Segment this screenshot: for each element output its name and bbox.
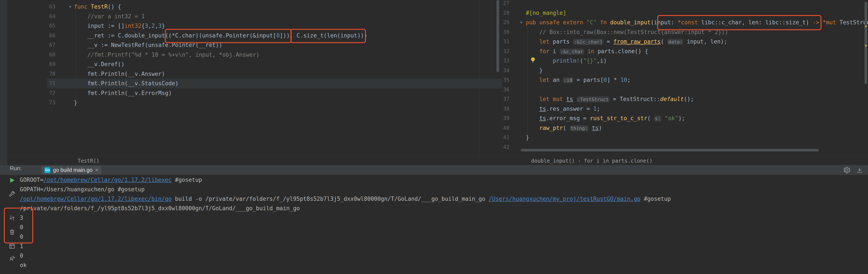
- run-tab-label: go build main.go: [53, 167, 92, 173]
- code-line[interactable]: 38 ts.res_answer = 1;: [502, 104, 868, 114]
- code-token: }: [74, 99, 78, 106]
- code-line[interactable]: 31 let parts :&[c_char] = from_raw_parts…: [502, 37, 868, 47]
- code-line[interactable]: 36: [502, 85, 868, 95]
- line-number: 72: [47, 88, 55, 98]
- code-line[interactable]: 33 println!("{}",i): [502, 56, 868, 66]
- console-link[interactable]: /opt/homebrew/Cellar/go/1.17.2/libexec/b…: [20, 195, 172, 202]
- code-token: an: [553, 77, 563, 83]
- settings-gear-icon[interactable]: [843, 166, 850, 174]
- fold-chevron-icon[interactable]: ▾: [69, 2, 71, 12]
- code-line[interactable]: 73}: [47, 98, 502, 108]
- code-line[interactable]: 39 ts.error_msg = rust_str_to_c_str( s: …: [502, 114, 868, 123]
- code-token: func: [74, 3, 91, 10]
- breadcrumb-rust-function[interactable]: double_input(): [531, 157, 575, 165]
- code-token: 1: [593, 105, 597, 112]
- code-token: [526, 105, 539, 112]
- console-line: /private/var/folders/f_/yl95pt8s52b7l3j5…: [20, 204, 300, 213]
- go-file-icon: Go: [44, 167, 51, 173]
- code-token: thing:: [570, 125, 589, 131]
- code-line[interactable]: 35 let an :i8 = parts[0] * 10;: [502, 75, 868, 85]
- pin-icon[interactable]: [8, 254, 16, 262]
- line-number: 71: [47, 79, 55, 88]
- code-line[interactable]: 68 //fmt.Printf("%d * 10 = %+v\n", input…: [47, 50, 502, 60]
- go-editor-pane[interactable]: 63▾func TestR() {64 //var a int32 = 165 …: [47, 0, 502, 157]
- line-number: 32: [502, 47, 509, 56]
- line-number: 30: [502, 27, 509, 37]
- code-token: (: [661, 38, 668, 45]
- rerun-icon[interactable]: [8, 177, 16, 184]
- console-line: GOROOT=/opt/homebrew/Cellar/go/1.17.2/li…: [20, 175, 202, 185]
- code-line[interactable]: 37 let mut ts :TestStruct = TestStruct::…: [502, 94, 868, 104]
- code-token: TestStruct: [840, 19, 868, 26]
- code-token: int32: [125, 23, 142, 29]
- code-token: TestR: [91, 3, 107, 10]
- hide-panel-icon[interactable]: [856, 166, 863, 174]
- code-token: pub unsafe extern: [526, 19, 587, 26]
- code-token: (: [563, 125, 569, 131]
- code-token: fn: [600, 19, 610, 26]
- code-line[interactable]: 69 __v.Deref(): [47, 59, 502, 69]
- line-number: 35: [502, 75, 509, 85]
- line-number: 36: [502, 85, 509, 95]
- code-line[interactable]: 27: [502, 0, 868, 8]
- code-line[interactable]: 63▾func TestR() {: [47, 2, 502, 12]
- code-line[interactable]: 71 fmt.Println(__v.StatusCode): [47, 79, 502, 88]
- code-token: [526, 58, 553, 64]
- console-text: GOROOT=: [20, 177, 43, 183]
- warning-stripe-mark[interactable]: [865, 25, 867, 27]
- fold-chevron-icon[interactable]: ▾: [520, 18, 523, 27]
- code-token: fmt.Println(__v.StatusCode): [74, 80, 179, 87]
- console-text: build -o /private/var/folders/f_/yl95pt8…: [172, 195, 489, 202]
- code-line[interactable]: 72 fmt.Println(__v.ErrorMsg): [47, 88, 502, 98]
- code-token: fmt.Println(__v.ErrorMsg): [74, 90, 172, 96]
- code-token: ts: [566, 96, 573, 102]
- line-number: 42: [502, 142, 509, 152]
- build-wrench-icon[interactable]: [8, 191, 16, 198]
- run-configuration-tab[interactable]: Go go build main.go ×: [41, 166, 101, 174]
- close-icon[interactable]: ×: [95, 167, 98, 174]
- code-token: input, len);: [683, 38, 727, 45]
- code-token: [526, 38, 539, 45]
- code-token: parts: [553, 38, 573, 45]
- code-token: s:: [654, 116, 661, 121]
- console-line: /opt/homebrew/Cellar/go/1.17.2/libexec/b…: [20, 194, 671, 204]
- code-token: "{}": [583, 58, 597, 64]
- horizontal-scrollbar-right-editor[interactable]: [521, 149, 819, 151]
- console-link[interactable]: /Users/huangxuchen/my_proj/testRustGO/ma…: [489, 195, 641, 202]
- vertical-scrollbar-left-editor[interactable]: [496, 0, 499, 72]
- code-token: = TestStruct::: [610, 96, 660, 102]
- code-line[interactable]: 34 }: [502, 66, 868, 75]
- code-token: fmt.Println(__v.Answer): [74, 71, 165, 77]
- code-line[interactable]: 40 raw_ptr( thing: ts): [502, 123, 868, 133]
- console-link[interactable]: /opt/homebrew/Cellar/go/1.17.2/libexec: [43, 177, 172, 183]
- code-token: default: [660, 96, 684, 102]
- annotation-box-go-cast-arg: [165, 29, 291, 43]
- vertical-scrollbar-right-editor[interactable]: [865, 2, 867, 84]
- code-line[interactable]: 64 //var a int32 = 1: [47, 12, 502, 21]
- warning-stripe-mark[interactable]: [865, 45, 867, 47]
- code-line[interactable]: 32 for i :&c_char in parts.clone() {: [502, 47, 868, 56]
- code-token: ): [599, 125, 602, 131]
- line-number: 34: [502, 66, 509, 75]
- console-text: ok: [20, 262, 27, 268]
- editor-split-divider[interactable]: [502, 0, 502, 157]
- breadcrumb-rust-for-loop[interactable]: for i in parts.clone(): [584, 157, 652, 165]
- code-token: ,: [148, 23, 152, 29]
- line-number: 33: [502, 56, 509, 66]
- code-line[interactable]: 70 fmt.Println(__v.Answer): [47, 69, 502, 79]
- code-token: println!: [553, 58, 580, 64]
- code-token: [589, 125, 592, 131]
- line-number: 68: [47, 50, 55, 60]
- code-line[interactable]: 41}: [502, 133, 868, 142]
- run-panel-header: Run: Go go build main.go ×: [0, 165, 868, 175]
- breadcrumb-go-function[interactable]: TestR(): [78, 157, 99, 165]
- console-layout-icon[interactable]: [8, 243, 16, 250]
- run-console[interactable]: GOROOT=/opt/homebrew/Cellar/go/1.17.2/li…: [0, 175, 868, 274]
- code-token: 3: [145, 23, 148, 29]
- code-token: let: [539, 38, 553, 45]
- code-token: #[no_mangle]: [526, 10, 566, 16]
- code-token: ts: [539, 115, 546, 121]
- console-line: 0: [20, 251, 23, 261]
- indent-guide: [527, 27, 528, 133]
- line-number: 40: [502, 123, 509, 133]
